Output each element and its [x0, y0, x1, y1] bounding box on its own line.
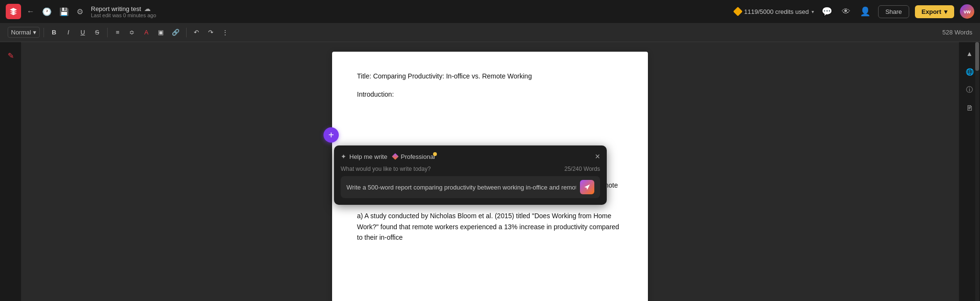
left-sidebar: ✎ [0, 42, 21, 301]
toolbar-divider-2 [107, 28, 108, 37]
save-icon[interactable]: 💾 [57, 5, 71, 18]
professional-label: Professional [401, 153, 435, 160]
highlight-button[interactable]: ▣ [155, 26, 167, 39]
sparkle-icon: ✦ [341, 153, 346, 160]
ai-hint-text: What would you like to write today? [341, 166, 431, 172]
help-write-button[interactable]: ✦ Help me write [341, 153, 387, 160]
toolbar-divider-1 [44, 28, 44, 37]
italic-button[interactable]: I [62, 26, 75, 39]
style-value: Normal [11, 29, 31, 36]
share-label: Share [885, 8, 902, 15]
bold-button[interactable]: B [48, 26, 60, 39]
credits-display[interactable]: 1119/5000 credits used ▾ [735, 8, 814, 15]
help-write-label: Help me write [349, 153, 387, 160]
top-bar-right: 1119/5000 credits used ▾ 💬 👁 👤 Share Exp… [735, 4, 974, 19]
right-sidebar: ▲ 🌐 ⓘ 🖹 [959, 42, 980, 301]
undo-button[interactable]: ↶ [190, 26, 203, 39]
diamond-icon [733, 7, 743, 16]
ai-panel-close-button[interactable]: × [595, 152, 600, 161]
cloud-icon: ☁ [144, 5, 151, 12]
close-icon: × [595, 152, 600, 161]
doc-title-text: Report writing test [91, 5, 141, 12]
doc-info: Report writing test ☁ Last edit was 0 mi… [91, 5, 156, 18]
toolbar: Normal ▾ B I U S ≡ ≎ A ▣ 🔗 ↶ ↷ ⋮ 528 Wor… [0, 23, 980, 42]
ai-input-row [341, 176, 600, 198]
professional-diamond-icon [392, 153, 399, 160]
ai-panel: ✦ Help me write Professional × What woul… [334, 145, 607, 205]
color-button[interactable]: A [140, 26, 153, 39]
list-button[interactable]: ≡ [111, 26, 124, 39]
top-bar: ← 🕐 💾 ⚙ Report writing test ☁ Last edit … [0, 0, 980, 23]
avatar-initials: vw [964, 9, 971, 14]
ai-panel-header: ✦ Help me write Professional × [341, 152, 600, 161]
doc-title-line: Title: Comparing Productivity: In-office… [357, 71, 623, 81]
back-button[interactable]: ← [25, 5, 36, 18]
avatar[interactable]: vw [960, 4, 974, 19]
pro-dot-indicator [433, 152, 437, 156]
scroll-thumb[interactable] [975, 42, 979, 71]
sidebar-icon-edit[interactable]: ✎ [3, 48, 18, 63]
logo-button[interactable] [6, 4, 21, 19]
style-selector[interactable]: Normal ▾ [8, 27, 40, 38]
ai-word-counter: 25/240 Words [565, 166, 601, 172]
settings-icon[interactable]: ⚙ [75, 5, 85, 18]
export-button[interactable]: Export ▾ [915, 5, 954, 18]
redo-button[interactable]: ↷ [205, 26, 217, 39]
comment-icon[interactable]: 💬 [820, 4, 834, 19]
ai-panel-subheader: What would you like to write today? 25/2… [341, 166, 600, 172]
editor-area[interactable]: + Title: Comparing Productivity: In-offi… [21, 42, 959, 301]
history-icon[interactable]: 🕐 [40, 5, 54, 18]
toolbar-divider-3 [186, 28, 187, 37]
ai-send-button[interactable] [580, 180, 594, 194]
share-button[interactable]: Share [878, 5, 909, 18]
user-icon[interactable]: 👤 [858, 4, 872, 19]
underline-button[interactable]: U [77, 26, 89, 39]
ai-input-field[interactable] [346, 184, 576, 191]
style-chevron-icon: ▾ [33, 29, 36, 36]
scroll-track [975, 42, 979, 301]
intro-label: Introduction: [357, 89, 623, 100]
add-content-button[interactable]: + [323, 127, 339, 143]
professional-button[interactable]: Professional [393, 153, 435, 160]
document-page: + Title: Comparing Productivity: In-offi… [332, 52, 648, 301]
doc-subtitle: Last edit was 0 minutes ago [91, 12, 156, 18]
spacer [357, 205, 623, 211]
export-label: Export [922, 8, 941, 15]
align-button[interactable]: ≎ [126, 26, 138, 39]
link-button[interactable]: 🔗 [169, 26, 182, 39]
strikethrough-button[interactable]: S [91, 26, 103, 39]
send-icon [584, 184, 590, 190]
preview-icon[interactable]: 👁 [840, 5, 852, 19]
more-button[interactable]: ⋮ [219, 26, 232, 39]
credits-chevron-icon: ▾ [812, 9, 814, 14]
export-chevron-icon: ▾ [944, 8, 947, 15]
credits-text: 1119/5000 credits used [744, 8, 809, 15]
main-area: ✎ + Title: Comparing Productivity: In-of… [0, 42, 980, 301]
para2: a) A study conducted by Nicholas Bloom e… [357, 211, 623, 243]
word-count: 528 Words [942, 29, 972, 36]
top-bar-left: ← 🕐 💾 ⚙ Report writing test ☁ Last edit … [6, 4, 731, 19]
